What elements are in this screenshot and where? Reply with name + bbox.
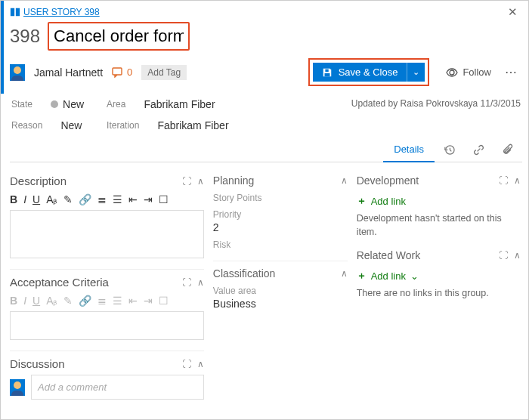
save-highlight: Save & Close ⌄ <box>308 58 430 86</box>
expand-icon[interactable]: ⛶ <box>182 277 191 288</box>
follow-button[interactable]: Follow <box>446 66 491 78</box>
state-value[interactable]: New <box>51 98 84 110</box>
indent-icon[interactable]: ⇥ <box>144 295 153 307</box>
chevron-up-icon[interactable]: ∧ <box>197 277 204 288</box>
number-list-icon[interactable]: ☰ <box>113 193 122 205</box>
image-icon[interactable]: ☐ <box>159 193 169 205</box>
italic-icon[interactable]: I <box>23 295 26 307</box>
chevron-up-icon[interactable]: ∧ <box>341 175 348 186</box>
font-icon[interactable]: Aᵦ <box>46 295 57 307</box>
expand-icon[interactable]: ⛶ <box>499 250 508 261</box>
priority-value[interactable]: 2 <box>213 221 348 233</box>
description-toolbar: B I U Aᵦ ✎ 🔗 ≣ ☰ ⇤ ⇥ ☐ <box>10 192 204 210</box>
iteration-label: Iteration <box>107 120 139 131</box>
development-empty-text: Development hasn't started on this item. <box>357 212 521 239</box>
expand-icon[interactable]: ⛶ <box>499 175 508 186</box>
chevron-up-icon[interactable]: ∧ <box>514 175 521 186</box>
work-item-type-link[interactable]: USER STORY 398 <box>23 7 100 17</box>
section-discussion-title: Discussion <box>10 357 65 370</box>
expand-icon[interactable]: ⛶ <box>182 359 191 369</box>
svg-point-5 <box>450 70 454 75</box>
bullet-list-icon[interactable]: ≣ <box>97 295 107 307</box>
image-icon[interactable]: ☐ <box>159 295 169 307</box>
state-label: State <box>11 99 32 110</box>
current-user-avatar <box>10 379 25 396</box>
underline-icon[interactable]: U <box>32 193 40 205</box>
italic-icon[interactable]: I <box>23 193 26 205</box>
reason-label: Reason <box>11 120 42 131</box>
comments-count[interactable]: 0 <box>112 66 132 78</box>
clear-format-icon[interactable]: ✎ <box>63 295 73 307</box>
bold-icon[interactable]: B <box>10 193 17 205</box>
value-area-label: Value area <box>213 286 348 296</box>
development-add-link[interactable]: ＋ Add link <box>357 194 406 208</box>
number-list-icon[interactable]: ☰ <box>113 295 122 307</box>
svg-rect-2 <box>113 68 122 75</box>
save-dropdown[interactable]: ⌄ <box>407 63 425 82</box>
section-planning-title: Planning <box>213 174 255 187</box>
work-item-id: 398 <box>10 26 40 47</box>
bullet-list-icon[interactable]: ≣ <box>97 193 107 205</box>
iteration-value[interactable]: Fabrikam Fiber <box>157 119 228 131</box>
font-icon[interactable]: Aᵦ <box>46 193 57 205</box>
svg-rect-1 <box>16 8 20 17</box>
save-and-close-button[interactable]: Save & Close <box>313 63 407 82</box>
outdent-icon[interactable]: ⇤ <box>128 193 138 205</box>
save-icon <box>322 67 333 78</box>
chevron-up-icon[interactable]: ∧ <box>197 359 204 369</box>
link-tool-icon[interactable]: 🔗 <box>79 295 91 307</box>
work-item-type-icon <box>10 7 20 17</box>
assignee-avatar[interactable] <box>10 64 25 81</box>
area-value[interactable]: Fabrikam Fiber <box>144 98 215 110</box>
follow-label: Follow <box>462 66 491 78</box>
section-description-title: Description <box>10 174 67 187</box>
expand-icon[interactable]: ⛶ <box>182 176 191 187</box>
underline-icon[interactable]: U <box>32 295 40 307</box>
description-editor[interactable] <box>10 210 204 258</box>
acceptance-toolbar: B I U Aᵦ ✎ 🔗 ≣ ☰ ⇤ ⇥ ☐ <box>10 293 204 311</box>
history-icon <box>444 144 455 156</box>
close-icon[interactable]: ✕ <box>503 4 522 20</box>
story-points-label: Story Points <box>213 193 348 203</box>
related-add-link[interactable]: ＋ Add link ⌄ <box>357 269 419 283</box>
follow-icon <box>446 67 458 78</box>
section-acceptance-title: Acceptance Criteria <box>10 276 109 289</box>
value-area-value[interactable]: Business <box>213 298 348 310</box>
tab-details[interactable]: Details <box>383 137 435 162</box>
add-tag-button[interactable]: Add Tag <box>141 65 187 80</box>
tab-links[interactable] <box>464 138 493 162</box>
updated-by-text: Updated by Raisa Pokrovskaya 11/3/2015 <box>351 98 521 131</box>
risk-label: Risk <box>213 239 348 250</box>
chevron-down-icon: ⌄ <box>410 270 419 282</box>
chevron-up-icon[interactable]: ∧ <box>514 250 521 261</box>
tab-history[interactable] <box>435 138 464 162</box>
link-icon <box>473 144 484 156</box>
priority-label: Priority <box>213 209 348 220</box>
section-related-title: Related Work <box>357 249 421 261</box>
clear-format-icon[interactable]: ✎ <box>63 193 73 205</box>
indent-icon[interactable]: ⇥ <box>144 193 153 205</box>
bold-icon[interactable]: B <box>10 295 17 307</box>
section-development-title: Development <box>357 174 419 187</box>
svg-rect-0 <box>11 8 14 17</box>
chevron-up-icon[interactable]: ∧ <box>341 268 348 279</box>
outdent-icon[interactable]: ⇤ <box>128 295 138 307</box>
svg-rect-3 <box>325 69 328 72</box>
assignee-name[interactable]: Jamal Hartnett <box>34 66 103 79</box>
title-input[interactable] <box>51 23 187 49</box>
more-actions-button[interactable]: ⋯ <box>500 65 522 79</box>
reason-value[interactable]: New <box>60 119 82 131</box>
area-label: Area <box>107 99 125 110</box>
plus-icon: ＋ <box>357 269 367 283</box>
link-tool-icon[interactable]: 🔗 <box>79 193 91 205</box>
comments-number: 0 <box>127 66 132 78</box>
comment-input[interactable]: Add a comment <box>31 375 204 400</box>
attachment-icon <box>503 144 513 156</box>
section-classification-title: Classification <box>213 267 275 279</box>
comment-icon <box>112 67 124 78</box>
acceptance-editor[interactable] <box>10 311 204 340</box>
plus-icon: ＋ <box>357 194 367 208</box>
title-highlight <box>48 22 190 51</box>
chevron-up-icon[interactable]: ∧ <box>197 176 204 187</box>
tab-attachments[interactable] <box>493 137 522 162</box>
